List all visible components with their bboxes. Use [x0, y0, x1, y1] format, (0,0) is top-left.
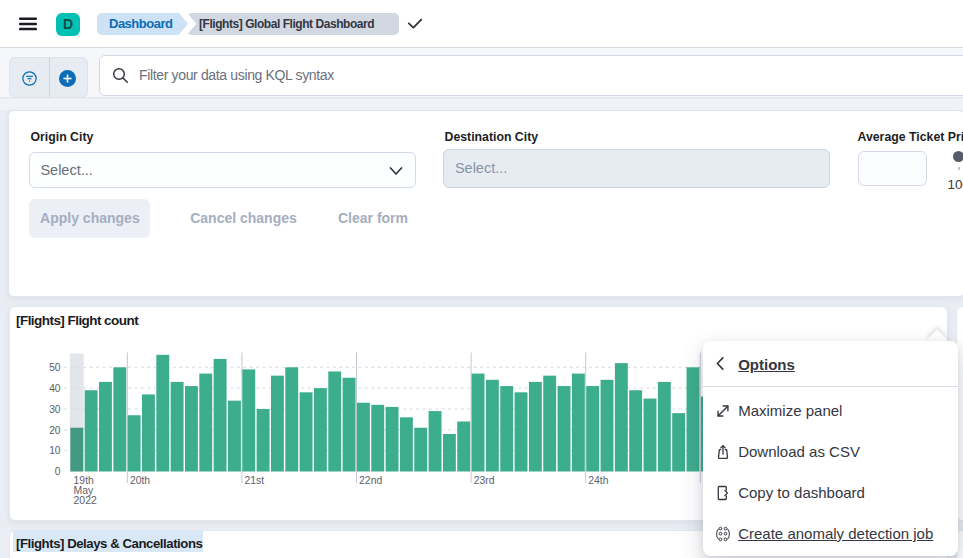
svg-text:21st: 21st	[245, 475, 265, 486]
svg-text:0: 0	[55, 466, 61, 477]
svg-text:24th: 24th	[588, 475, 608, 486]
svg-text:23rd: 23rd	[474, 475, 495, 486]
svg-text:20: 20	[49, 425, 61, 436]
svg-text:30: 30	[49, 404, 61, 415]
svg-text:20th: 20th	[130, 475, 150, 486]
svg-text:40: 40	[49, 383, 61, 394]
svg-text:10: 10	[49, 445, 61, 456]
svg-text:22nd: 22nd	[359, 475, 382, 486]
svg-text:50: 50	[49, 362, 61, 373]
svg-text:2022: 2022	[74, 495, 97, 506]
